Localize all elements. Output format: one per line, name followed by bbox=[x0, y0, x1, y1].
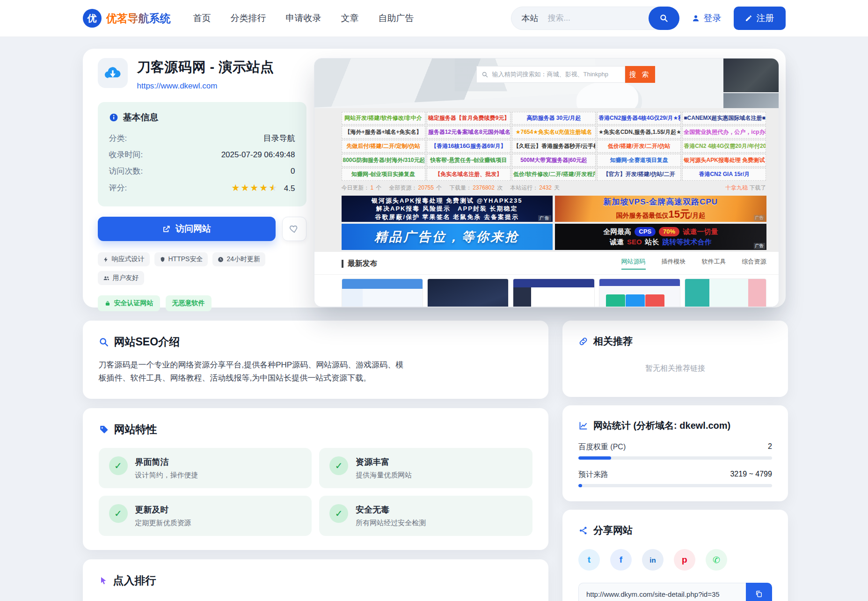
tag-https: HTTPS安全 bbox=[154, 252, 208, 266]
latest-title: 最新发布 bbox=[348, 259, 378, 269]
preview-ad-link: ★免实名CDN,服务器,1.5$/月起★ bbox=[597, 126, 681, 139]
preview-corner-image bbox=[723, 93, 779, 108]
ranking-title: 点入排行 bbox=[113, 573, 156, 588]
cloud-download-icon bbox=[103, 64, 122, 82]
preview-ad-links: 网站开发/搭建/软件修改/非中介 稳定服务器【首月免费续费9元】 高防服务器 3… bbox=[314, 108, 779, 183]
register-button[interactable]: 注册 bbox=[734, 7, 786, 30]
preview-ad-link: ★7654★免实名u充值注册域名 bbox=[512, 126, 596, 139]
login-button[interactable]: 登录 bbox=[692, 12, 722, 24]
tag-24h: 24小时更新 bbox=[212, 252, 265, 266]
badge-label: 安全认证网站 bbox=[114, 299, 153, 308]
tag-friendly: 用户友好 bbox=[98, 271, 144, 285]
search-scope-select[interactable]: 本站 bbox=[522, 13, 539, 24]
pencil-icon bbox=[745, 15, 752, 22]
main-menu: 首页 分类排行 申请收录 文章 自助广告 bbox=[193, 12, 414, 24]
menu-item-category-rank[interactable]: 分类排行 bbox=[231, 12, 266, 24]
heart-icon bbox=[289, 224, 299, 234]
site-preview-screenshot[interactable]: 输入精简词搜索如：商城、影视、Thinkphp 搜 索 网站开发/搭建/软件修改… bbox=[314, 58, 779, 307]
click-ranking-card: 点入排行 刀客源码网 -... 刀客源码源码测... ITPUB博客... bbox=[83, 559, 548, 601]
share-icon bbox=[578, 526, 588, 535]
preview-thumbnail bbox=[599, 279, 680, 307]
lightning-icon bbox=[103, 257, 109, 263]
preview-tab-misc: 综合资源 bbox=[742, 257, 766, 270]
preview-latest-section: 最新发布 网站源码 插件模块 软件工具 综合资源 bbox=[314, 252, 779, 275]
login-label: 登录 bbox=[704, 12, 722, 24]
features-title: 网站特性 bbox=[114, 422, 157, 437]
pinterest-icon: p bbox=[682, 555, 687, 565]
menu-item-apply[interactable]: 申请收录 bbox=[286, 12, 321, 24]
preview-banner-adslot: 精品广告位，等你来抢 bbox=[342, 224, 553, 250]
linkedin-icon: in bbox=[649, 556, 656, 564]
seo-intro-card: 网站SEO介绍 刀客源码是一个专业的网络资源分享平台,提供各种PHP源码、网站源… bbox=[83, 321, 548, 399]
preview-search-button: 搜 索 bbox=[625, 66, 655, 83]
preview-ad-link: 稳定服务器【首月免费续费9元】 bbox=[427, 112, 511, 125]
preview-corner-image bbox=[723, 59, 779, 92]
tag-label: 用户友好 bbox=[113, 274, 139, 282]
rating-label: 评分: bbox=[109, 183, 127, 193]
preview-banner-apk: 银河源头APK报毒处理 免费测试 @YHAPK235 解决APK报毒 风险提示 … bbox=[342, 196, 553, 222]
preview-header: 输入精简词搜索如：商城、影视、Thinkphp 搜 索 bbox=[314, 59, 779, 108]
cursor-icon bbox=[99, 576, 108, 586]
share-whatsapp-button[interactable]: ✆ bbox=[706, 549, 727, 571]
stats-title: 网站统计 (分析域名: dkewl.com) bbox=[593, 419, 730, 432]
share-linkedin-button[interactable]: in bbox=[642, 549, 664, 571]
category-value: 目录导航 bbox=[263, 133, 295, 144]
share-url-input[interactable] bbox=[578, 583, 746, 601]
menu-item-self-ads[interactable]: 自助广告 bbox=[379, 12, 414, 24]
preview-ad-link: 【香港16核16G服务器69/月】 bbox=[427, 140, 511, 153]
preview-ad-link: 高防服务器 30元/月起 bbox=[512, 112, 596, 125]
lock-icon bbox=[104, 300, 111, 307]
preview-stats-bar: 今日更新：1 个 全部资源：20755 个 下载量：2376802 次 本站运行… bbox=[314, 183, 779, 195]
page-title: 刀客源码网 - 演示站点 bbox=[137, 58, 274, 77]
share-pinterest-button[interactable]: p bbox=[674, 549, 695, 571]
preview-ad-link: 香港CN2 GIA 15r/月 bbox=[682, 168, 766, 181]
check-icon: ✓ bbox=[329, 504, 348, 523]
site-stats-card: 网站统计 (分析域名: dkewl.com) 百度权重 (PC) 2 预计来路 … bbox=[562, 405, 788, 501]
tag-label: 24小时更新 bbox=[226, 255, 260, 264]
basic-info-panel: 基本信息 分类: 目录导航 收录时间: 2025-07-29 06:49:48 … bbox=[98, 102, 306, 206]
search-button[interactable] bbox=[649, 7, 679, 30]
badge-no-malware: 无恶意软件 bbox=[166, 295, 212, 311]
tag-icon bbox=[99, 425, 109, 435]
stat-bar bbox=[578, 484, 772, 487]
clock-icon bbox=[218, 257, 224, 263]
basic-info-title: 基本信息 bbox=[123, 111, 159, 124]
external-link-icon bbox=[162, 225, 171, 234]
user-icon bbox=[692, 14, 700, 22]
preview-ad-link: 香港CN2 4核4G仅需20月/年付200 bbox=[682, 140, 766, 153]
search-input[interactable] bbox=[548, 14, 649, 23]
preview-banner-cps: 全网最高CPS70%诚邀一切量 诚邀SEO站长跳转等技术合作 广告 bbox=[555, 224, 766, 250]
preview-ad-link: 网站开发/搭建/软件修改/非中介 bbox=[342, 112, 425, 125]
info-row-included: 收录时间: 2025-07-29 06:49:48 bbox=[109, 147, 295, 163]
twitter-icon: t bbox=[588, 555, 591, 565]
share-title: 分享网站 bbox=[593, 524, 633, 537]
copy-url-button[interactable] bbox=[746, 583, 772, 601]
info-row-rating: 评分: ★★★★★ 4.5 bbox=[109, 179, 295, 196]
preview-thumbnail bbox=[342, 279, 423, 307]
rating-value: 4.5 bbox=[284, 184, 295, 193]
feature-item: ✓ 更新及时定期更新优质资源 bbox=[99, 496, 312, 536]
visits-label: 访问次数: bbox=[109, 166, 143, 176]
latest-download-note: 十拿九稳 下载了 bbox=[725, 184, 766, 192]
preview-ad-link: 服务器12元备案域名8元国外域名1元 bbox=[427, 126, 511, 139]
feature-item: ✓ 界面简洁设计简约，操作便捷 bbox=[99, 448, 312, 488]
seo-description: 刀客源码是一个专业的网络资源分享平台,提供各种PHP源码、网站源码、游戏源码、模… bbox=[99, 359, 408, 385]
favorite-button[interactable] bbox=[282, 217, 306, 241]
menu-item-home[interactable]: 首页 bbox=[193, 12, 211, 24]
visit-site-button[interactable]: 访问网站 bbox=[98, 217, 276, 241]
chart-icon bbox=[578, 421, 588, 431]
search-icon bbox=[659, 14, 669, 23]
menu-item-articles[interactable]: 文章 bbox=[341, 12, 359, 24]
preview-ad-link: 先做后付/搭建/二开/定制/仿站 bbox=[342, 140, 425, 153]
info-icon bbox=[109, 113, 118, 122]
badge-safe-certified: 安全认证网站 bbox=[98, 295, 160, 311]
site-url-link[interactable]: https://www.dkewl.com bbox=[137, 81, 274, 91]
category-label: 分类: bbox=[109, 133, 127, 144]
share-facebook-button[interactable]: f bbox=[610, 549, 632, 571]
facebook-icon: f bbox=[620, 555, 622, 565]
feature-item: ✓ 安全无毒所有网站经过安全检测 bbox=[319, 496, 532, 536]
tag-label: HTTPS安全 bbox=[168, 255, 203, 264]
share-twitter-button[interactable]: t bbox=[578, 549, 600, 571]
security-badges: 安全认证网站 无恶意软件 bbox=[98, 295, 306, 311]
users-icon bbox=[103, 275, 110, 281]
